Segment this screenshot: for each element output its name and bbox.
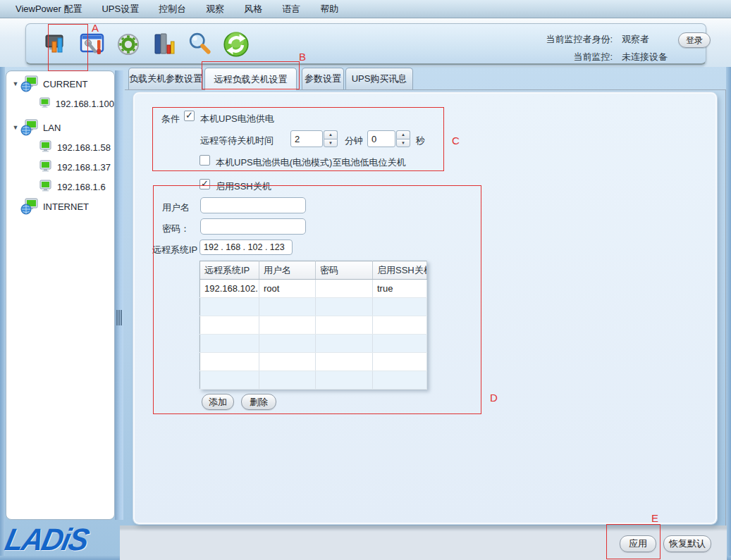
password-input[interactable] xyxy=(200,218,306,235)
network-group-icon xyxy=(20,75,39,92)
battery-power-label: 本机UPS电池供电 xyxy=(200,113,274,125)
wait-seconds-input[interactable] xyxy=(367,130,395,147)
spinner-down-icon[interactable]: ▼ xyxy=(324,139,338,148)
tree-node-lan[interactable]: ▼ LAN xyxy=(6,119,114,136)
tree-node-label: LAN xyxy=(43,123,61,133)
network-group-icon xyxy=(20,119,39,136)
tree-node-label: 192.168.1.58 xyxy=(57,142,111,153)
minutes-unit-label: 分钟 xyxy=(345,135,363,147)
checkmark-icon: ✓ xyxy=(201,179,209,188)
ssh-host-table[interactable]: 远程系统IP 用户名 密码 启用SSH关机 192.168.102. root … xyxy=(199,261,427,390)
tree-node-device[interactable]: 192.168.1.6 xyxy=(6,178,114,195)
tree-node-label: 192.168.1.6 xyxy=(57,182,106,192)
device-icon xyxy=(39,160,53,174)
table-header-row: 远程系统IP 用户名 密码 启用SSH关机 xyxy=(200,261,427,280)
table-row-empty[interactable] xyxy=(200,335,427,353)
delete-button[interactable]: 删除 xyxy=(241,394,276,410)
enable-ssh-label: 启用SSH关机 xyxy=(216,180,271,193)
cell-password[interactable] xyxy=(316,280,373,298)
seconds-unit-label: 秒 xyxy=(416,135,425,147)
data-log-icon[interactable] xyxy=(151,30,178,58)
add-button[interactable]: 添加 xyxy=(202,394,234,410)
table-row-empty[interactable] xyxy=(200,298,427,316)
tree-node-label: INTERNET xyxy=(43,201,89,212)
splitter-grip-icon[interactable] xyxy=(116,310,122,325)
menu-style[interactable]: 风格 xyxy=(234,0,272,18)
tab-parameter-settings[interactable]: 参数设置 xyxy=(302,68,344,89)
login-button[interactable]: 登录 xyxy=(678,32,711,48)
tree-node-current[interactable]: ▼ CURRENT xyxy=(6,75,114,92)
menu-viewpower-config[interactable]: ViewPower 配置 xyxy=(6,0,92,18)
tab-remote-load-shutdown[interactable]: 远程负载关机设置 xyxy=(204,68,297,90)
expand-arrow-icon[interactable]: ▼ xyxy=(11,124,20,131)
control-gear-icon[interactable] xyxy=(115,30,142,58)
col-header-username[interactable]: 用户名 xyxy=(259,261,316,280)
sidebar-splitter[interactable] xyxy=(115,70,123,520)
tree-node-device[interactable]: 192.168.1.100 xyxy=(6,95,114,112)
col-header-password[interactable]: 密码 xyxy=(316,261,373,280)
spinner-down-icon[interactable]: ▼ xyxy=(396,139,410,148)
monitor-label: 当前监控: xyxy=(573,51,613,63)
tree-node-device[interactable]: 192.168.1.58 xyxy=(6,139,114,156)
identity-label: 当前监控者身份: xyxy=(546,33,613,46)
wait-seconds-stepper[interactable]: ▲ ▼ xyxy=(396,130,410,147)
identity-value: 观察者 xyxy=(622,33,649,46)
condition-section-label: 条件 xyxy=(161,113,180,125)
cell-username[interactable]: root xyxy=(259,280,316,298)
search-icon[interactable] xyxy=(187,30,214,58)
tree-node-label: CURRENT xyxy=(43,79,88,89)
brand-logo: LADiS xyxy=(6,521,118,558)
device-tree-panel: ▼ CURRENT 192.168.1.100 ▼ xyxy=(6,70,115,520)
remote-ip-input[interactable] xyxy=(199,239,293,255)
tab-load-shutdown-params[interactable]: 负载关机参数设置 xyxy=(128,68,203,89)
tree-node-label: 192.168.1.100 xyxy=(56,99,114,109)
cell-remote-ip[interactable]: 192.168.102. xyxy=(200,280,259,298)
wait-time-label: 远程等待关机时间 xyxy=(200,135,274,147)
username-label: 用户名 xyxy=(162,201,190,214)
menu-view[interactable]: 观察 xyxy=(196,0,234,18)
col-header-remote-ip[interactable]: 远程系统IP xyxy=(200,261,259,280)
monitor-status-icon[interactable] xyxy=(43,30,70,58)
wait-minutes-input[interactable] xyxy=(290,130,323,147)
low-battery-shutdown-label: 本机UPS电池供电(电池模式)至电池低电位关机 xyxy=(216,156,405,169)
table-row[interactable]: 192.168.102. root true xyxy=(200,280,427,298)
window-edge-left xyxy=(0,18,5,560)
device-icon xyxy=(39,140,53,154)
menu-help[interactable]: 帮助 xyxy=(310,0,348,18)
toolbar-strip: 当前监控者身份: 观察者 当前监控: 未连接设备 登录 xyxy=(0,18,731,67)
menu-language[interactable]: 语言 xyxy=(272,0,310,18)
toolbar-panel: 当前监控者身份: 观察者 当前监控: 未连接设备 登录 xyxy=(25,23,706,65)
refresh-icon[interactable] xyxy=(223,30,250,58)
spinner-up-icon[interactable]: ▲ xyxy=(396,130,410,139)
logo-text: LADiS xyxy=(2,524,90,555)
tab-ups-purchase-info[interactable]: UPS购买讯息 xyxy=(345,68,413,89)
apply-button[interactable]: 应用 xyxy=(620,535,656,552)
table-row-empty[interactable] xyxy=(200,371,427,390)
window-edge-right xyxy=(726,67,731,560)
low-battery-shutdown-checkbox[interactable] xyxy=(199,155,210,166)
checkmark-icon: ✓ xyxy=(185,111,193,120)
tree-node-device[interactable]: 192.168.1.37 xyxy=(6,158,114,175)
menu-ups-settings[interactable]: UPS设置 xyxy=(92,0,149,18)
viewpower-window: ViewPower 配置 UPS设置 控制台 观察 风格 语言 帮助 xyxy=(0,0,731,560)
tree-node-internet[interactable]: INTERNET xyxy=(6,198,114,215)
monitor-value: 未连接设备 xyxy=(622,51,668,63)
battery-power-checkbox[interactable]: ✓ xyxy=(184,111,195,121)
table-row-empty[interactable] xyxy=(200,353,427,371)
expand-arrow-icon[interactable]: ▼ xyxy=(11,80,20,87)
restore-default-button[interactable]: 恢复默认 xyxy=(663,535,711,552)
enable-ssh-checkbox[interactable]: ✓ xyxy=(199,179,210,189)
cell-ssh-enabled[interactable]: true xyxy=(373,280,427,298)
wait-minutes-stepper[interactable]: ▲ ▼ xyxy=(324,130,338,147)
username-input[interactable] xyxy=(200,197,306,213)
tree-node-label: 192.168.1.37 xyxy=(57,162,111,173)
table-row-empty[interactable] xyxy=(200,316,427,335)
remote-ip-label: 远程系统IP xyxy=(152,244,197,256)
network-group-icon xyxy=(20,198,39,215)
device-config-icon[interactable] xyxy=(79,30,106,58)
device-icon xyxy=(39,180,53,194)
spinner-up-icon[interactable]: ▲ xyxy=(324,130,338,139)
col-header-ssh-enabled[interactable]: 启用SSH关机 xyxy=(373,261,427,280)
menu-console[interactable]: 控制台 xyxy=(149,0,196,18)
device-icon xyxy=(39,97,51,111)
